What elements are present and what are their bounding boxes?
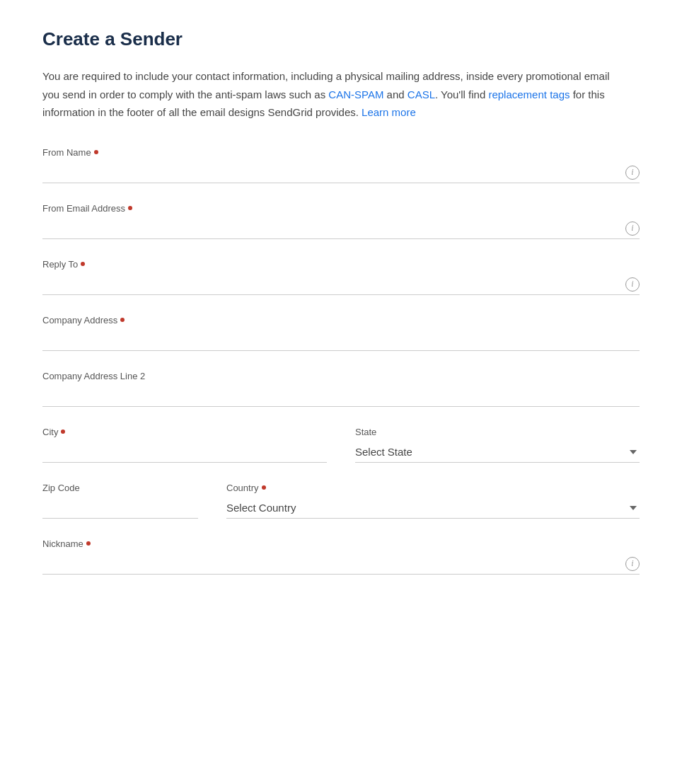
description-text: You are required to include your contact… xyxy=(42,67,623,122)
from-name-field: From Name i xyxy=(42,147,640,183)
city-input[interactable] xyxy=(42,442,327,463)
company-address-required xyxy=(120,318,125,322)
state-select[interactable]: Select State Alabama Alaska Arizona Arka… xyxy=(355,442,640,463)
desc-text-2: and xyxy=(383,88,407,100)
from-name-required xyxy=(94,150,98,154)
from-email-info-icon[interactable]: i xyxy=(625,221,640,236)
nickname-field: Nickname i xyxy=(42,538,640,575)
reply-to-field: Reply To i xyxy=(42,259,640,295)
zip-col: Zip Code xyxy=(42,483,198,519)
can-spam-link[interactable]: CAN-SPAM xyxy=(328,88,383,100)
from-name-wrapper: i xyxy=(42,162,640,183)
zip-input[interactable] xyxy=(42,497,198,519)
from-email-label: From Email Address xyxy=(42,203,640,214)
company-address-line2-field: Company Address Line 2 xyxy=(42,371,640,407)
country-col: Country Select Country United States Can… xyxy=(226,483,640,519)
company-address-field: Company Address xyxy=(42,315,640,351)
nickname-info-icon[interactable]: i xyxy=(625,557,640,571)
company-address-input[interactable] xyxy=(42,330,640,351)
country-select-wrapper: Select Country United States Canada Unit… xyxy=(226,497,640,519)
nickname-wrapper: i xyxy=(42,553,640,575)
create-sender-form: From Name i From Email Address i Reply T… xyxy=(42,147,640,575)
casl-link[interactable]: CASL xyxy=(408,88,435,100)
replacement-tags-link[interactable]: replacement tags xyxy=(488,88,570,100)
from-email-input[interactable] xyxy=(42,218,640,239)
page-title: Create a Sender xyxy=(42,28,640,50)
learn-more-link[interactable]: Learn more xyxy=(362,106,416,118)
country-label: Country xyxy=(226,483,640,493)
country-required xyxy=(262,485,266,490)
zip-country-row: Zip Code Country Select Country United S… xyxy=(42,483,640,519)
company-address-line2-wrapper xyxy=(42,386,640,407)
nickname-label: Nickname xyxy=(42,538,640,549)
desc-text-3: . You'll find xyxy=(435,88,488,100)
city-state-row: City State Select State Alabama Alaska A… xyxy=(42,427,640,463)
state-label: State xyxy=(355,427,640,437)
from-name-label: From Name xyxy=(42,147,640,158)
state-col: State Select State Alabama Alaska Arizon… xyxy=(355,427,640,463)
reply-to-wrapper: i xyxy=(42,274,640,295)
city-label: City xyxy=(42,427,327,437)
reply-to-info-icon[interactable]: i xyxy=(625,277,640,292)
from-name-info-icon[interactable]: i xyxy=(625,166,640,180)
company-address-line2-input[interactable] xyxy=(42,386,640,407)
zip-label: Zip Code xyxy=(42,483,198,493)
state-select-wrapper: Select State Alabama Alaska Arizona Arka… xyxy=(355,442,640,463)
city-col: City xyxy=(42,427,327,463)
nickname-input[interactable] xyxy=(42,553,640,575)
company-address-label: Company Address xyxy=(42,315,640,325)
nickname-required xyxy=(86,541,91,546)
from-email-wrapper: i xyxy=(42,218,640,239)
reply-to-required xyxy=(81,262,85,266)
reply-to-label: Reply To xyxy=(42,259,640,270)
company-address-line2-label: Company Address Line 2 xyxy=(42,371,640,381)
company-address-wrapper xyxy=(42,330,640,351)
from-email-field: From Email Address i xyxy=(42,203,640,239)
reply-to-input[interactable] xyxy=(42,274,640,295)
from-email-required xyxy=(128,206,132,210)
from-name-input[interactable] xyxy=(42,162,640,183)
city-required xyxy=(61,430,65,434)
country-select[interactable]: Select Country United States Canada Unit… xyxy=(226,497,640,519)
